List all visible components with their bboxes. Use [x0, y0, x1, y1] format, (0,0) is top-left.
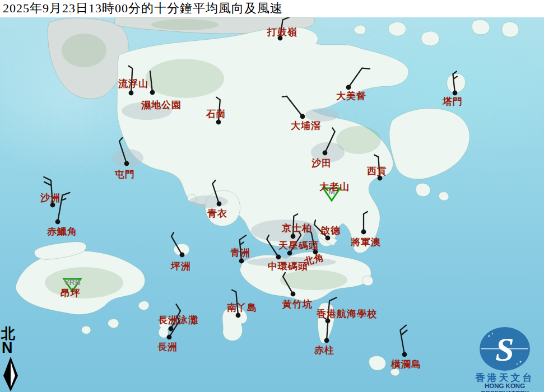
map-title: 2025年9月23日13時00分的十分鐘平均風向及風速 [0, 0, 544, 17]
station-label-22: 昂坪 [61, 287, 81, 300]
station-label-23: 南丫島 [227, 301, 257, 314]
station-label-28: 赤柱 [314, 344, 334, 357]
logo-name-zh: 香港天文台 [466, 373, 544, 382]
station-dot [129, 91, 134, 96]
station-label-6: 塔門 [443, 95, 463, 108]
station-label-19: 中環碼頭 [268, 260, 308, 273]
station-label-11: 大老山 [319, 180, 350, 193]
wind-barb-staff [212, 180, 219, 204]
wind-barb-staff [348, 68, 370, 87]
station-dot [324, 338, 329, 343]
logo-name-en: HONG KONG OBSERVATORY [466, 382, 544, 392]
station-label-27: 長洲 [157, 340, 178, 353]
station-dot [402, 352, 407, 357]
compass-north: 北 N [1, 326, 21, 392]
wind-barb-staff [282, 96, 303, 116]
station-label-2: 濕地公園 [141, 99, 182, 111]
station-label-7: 沙田 [311, 157, 332, 170]
station-label-4: 大埔滘 [291, 119, 321, 132]
station-label-16: 天星碼頭 [278, 239, 319, 252]
station-label-0: 打鼓嶺 [267, 26, 297, 39]
station-dot [55, 220, 61, 225]
wind-barb [283, 273, 295, 296]
wind-barbs-layer: MVRB [0, 0, 544, 392]
station-label-21: 坪洲 [171, 260, 191, 273]
wind-barb-staff [283, 273, 293, 294]
wind-barb-staff [150, 71, 152, 92]
wind-barb [346, 68, 370, 90]
wind-barb [212, 180, 221, 207]
wind-barb-staff [119, 138, 127, 164]
wind-barb [453, 72, 458, 96]
station-label-17: 將軍澳 [351, 236, 381, 249]
station-dot [276, 255, 281, 260]
wind-barb [171, 232, 184, 257]
wind-barb-staff [364, 212, 368, 232]
station-dot [217, 202, 222, 207]
station-label-24: 黃竹坑 [282, 298, 313, 311]
station-label-1: 流浮山 [118, 77, 148, 90]
station-label-14: 京士柏 [282, 222, 312, 235]
svg-text:S: S [495, 331, 514, 368]
hko-logo-icon: S [478, 326, 532, 372]
station-dot [167, 335, 172, 340]
station-label-10: 沙洲 [40, 192, 61, 204]
wind-barb [323, 128, 335, 155]
wind-barb [119, 138, 129, 166]
wind-barb [150, 71, 155, 95]
station-label-5: 大美督 [336, 90, 366, 102]
wind-barb [400, 325, 407, 357]
station-label-8: 西貢 [367, 165, 387, 178]
station-label-12: 青衣 [207, 207, 227, 220]
symbol-text: VRB [64, 278, 81, 287]
hko-logo: S 香港天文台 HONG KONG OBSERVATORY [466, 326, 544, 392]
station-dot [300, 114, 305, 119]
wind-barb-staff [400, 325, 407, 354]
station-dot [124, 161, 129, 166]
map-canvas: MVRB 打鼓嶺流浮山濕地公園石崗大埔滘大美督塔門沙田西貢屯門沙洲大老山青衣赤鱲… [0, 0, 544, 392]
station-label-18: 青洲 [230, 246, 250, 259]
station-label-3: 石崗 [206, 108, 226, 120]
station-dot [291, 292, 296, 297]
station-label-9: 屯門 [115, 168, 135, 181]
compass-needle-icon [1, 356, 20, 392]
station-dot [169, 326, 174, 332]
compass-north-letter: N [2, 341, 21, 355]
wind-barb [361, 212, 368, 234]
wind-barb [282, 96, 305, 119]
station-dot [323, 151, 328, 156]
wind-barb-staff [325, 128, 335, 153]
station-label-15: 啟德 [320, 224, 341, 237]
station-label-26: 長洲泳灘 [158, 314, 198, 326]
station-dot [150, 90, 155, 95]
wind-barb-staff [267, 235, 278, 257]
station-dot [180, 253, 185, 258]
station-label-29: 橫瀾島 [391, 358, 421, 371]
station-label-25: 香港航海學校 [317, 307, 377, 320]
station-dot [361, 230, 366, 235]
wind-barb-staff [171, 232, 182, 255]
wind-barb-staff [453, 72, 457, 94]
station-label-13: 赤鱲角 [47, 225, 77, 238]
